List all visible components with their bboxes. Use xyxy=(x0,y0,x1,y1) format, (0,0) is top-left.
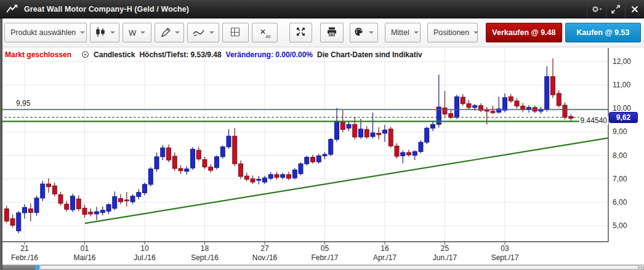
settings-gear-icon[interactable] xyxy=(587,0,606,18)
colors-button[interactable] xyxy=(350,23,378,42)
x-axis-month-label: Sept./17 xyxy=(491,253,519,262)
candle-body xyxy=(443,108,447,114)
candle-body xyxy=(155,157,159,169)
indicators-button[interactable] xyxy=(187,23,219,42)
candle-body xyxy=(233,136,237,164)
candle-body xyxy=(107,205,111,212)
x-axis-month-label: Febr./16 xyxy=(11,253,38,262)
candle-body xyxy=(161,148,165,156)
candle-body xyxy=(172,156,177,169)
clear-all-icon: All xyxy=(259,28,270,38)
x-axis-month-label: Jun./17 xyxy=(433,253,457,262)
candle-body xyxy=(335,121,339,140)
drawing-tools-button[interactable] xyxy=(155,23,184,42)
candle-body xyxy=(41,184,45,198)
horizontal-scrollbar[interactable] xyxy=(0,264,644,270)
candle-body xyxy=(347,124,351,128)
candle-body xyxy=(95,212,99,214)
clear-all-sub-label: All xyxy=(265,34,270,39)
support-price-label: 9.44540 xyxy=(579,116,608,125)
candle-body xyxy=(377,133,381,135)
candle-body xyxy=(419,142,423,151)
candle-body xyxy=(52,186,57,194)
product-select-label: Produkt auswählen xyxy=(10,28,76,37)
high-low-label: Höchst/Tiefst: 9.53/9.48 xyxy=(139,50,221,59)
candle-body xyxy=(28,209,33,213)
candle-body xyxy=(364,130,369,137)
candle-body xyxy=(557,93,561,106)
x-axis-day-label: 03 xyxy=(501,244,509,253)
candle-body xyxy=(100,210,105,213)
y-axis-label: 9,00 xyxy=(613,127,627,136)
chart-window: 21Febr./1601Mai/1610Jul./1618Sept./1627N… xyxy=(0,0,644,270)
status-bar: Markt geschlossen Candlestick Höchst/Tie… xyxy=(5,50,427,59)
candle-body xyxy=(329,140,333,154)
candle-body xyxy=(395,146,399,156)
y-axis-label: 12,00 xyxy=(613,57,631,66)
titlebar[interactable]: Great Wall Motor Company-H (Geld / Woche… xyxy=(0,0,644,18)
candle-body xyxy=(203,159,207,167)
candle-body xyxy=(4,209,9,221)
resistance-price-label: 9,95 xyxy=(16,99,30,108)
candle-body xyxy=(461,97,465,104)
candle-body xyxy=(89,212,93,214)
eye-icon[interactable] xyxy=(81,50,90,59)
candle-body xyxy=(148,169,153,185)
x-axis-day-label: 21 xyxy=(20,244,29,253)
print-button[interactable] xyxy=(320,23,344,42)
y-axis-label: 8,00 xyxy=(613,151,627,160)
close-icon[interactable] xyxy=(625,0,644,18)
candle-body xyxy=(268,175,273,178)
market-state-label: Markt geschlossen xyxy=(5,50,71,59)
candle-body xyxy=(215,157,219,168)
candle-body xyxy=(281,175,285,178)
candle-body xyxy=(71,196,75,210)
candle-body xyxy=(311,157,315,162)
clear-all-button[interactable]: All xyxy=(252,23,278,42)
candle-body xyxy=(131,196,135,202)
candle-body xyxy=(383,130,387,133)
candle-body xyxy=(467,104,471,108)
printer-icon xyxy=(326,26,337,39)
mittel-label: Mittel xyxy=(391,28,409,37)
timeframe-button[interactable]: W xyxy=(123,23,151,42)
line-chart-icon xyxy=(6,4,19,14)
current-price-badge: 9,62 xyxy=(609,112,638,123)
scrollbar-track-left[interactable] xyxy=(0,265,35,270)
candle-body xyxy=(545,76,549,109)
buy-button[interactable]: Kaufen @ 9.53 xyxy=(565,23,641,42)
chevron-down-icon xyxy=(473,31,478,34)
chart-type-label: Candlestick xyxy=(94,50,135,59)
resize-grip-icon[interactable] xyxy=(638,264,644,270)
x-axis-day-label: 01 xyxy=(81,244,89,253)
positionen-label: Positionen xyxy=(433,28,469,37)
candle-body xyxy=(425,128,429,142)
crosshair-grid-icon xyxy=(230,26,241,39)
positionen-dropdown[interactable]: Positionen xyxy=(427,23,478,42)
candle-body xyxy=(503,98,507,111)
product-select-button[interactable]: Produkt auswählen xyxy=(4,23,87,42)
mittel-dropdown[interactable]: Mittel xyxy=(385,23,421,42)
chevron-down-icon xyxy=(209,31,214,34)
maximize-icon[interactable] xyxy=(606,0,625,18)
sell-button[interactable]: Verkaufen @ 9.48 xyxy=(486,23,562,42)
candle-body xyxy=(305,157,309,164)
toolbar: Produkt auswählen W All xyxy=(0,18,644,47)
chart-type-button[interactable] xyxy=(90,23,119,42)
x-axis-month-label: Nov./16 xyxy=(252,253,278,262)
timeframe-label: W xyxy=(129,28,136,38)
candle-body xyxy=(275,175,279,178)
candle-body xyxy=(251,179,255,182)
candle-body xyxy=(359,129,363,137)
crosshair-button[interactable] xyxy=(222,23,248,42)
window-title: Great Wall Motor Company-H (Geld / Woche… xyxy=(24,5,189,14)
scrollbar-thumb[interactable] xyxy=(39,265,639,270)
candle-body xyxy=(292,170,297,178)
candle-body xyxy=(551,76,555,95)
candle-body xyxy=(244,176,249,179)
candle-body xyxy=(431,124,435,128)
x-axis-day-label: 10 xyxy=(140,244,149,253)
y-axis-label: 7,00 xyxy=(613,175,627,183)
candle-body xyxy=(119,199,123,202)
fullscreen-button[interactable] xyxy=(289,23,312,42)
